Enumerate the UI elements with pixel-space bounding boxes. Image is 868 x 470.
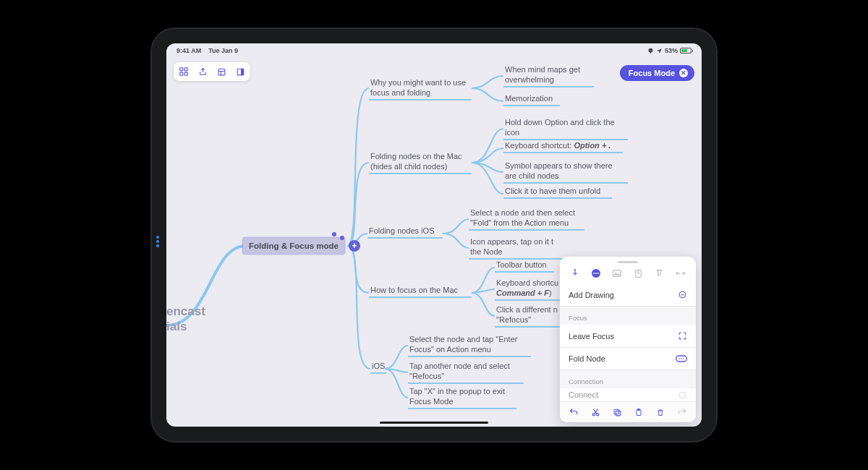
connect-row[interactable]: Connect — [560, 388, 696, 401]
add-node-tab[interactable] — [569, 268, 581, 279]
svg-point-9 — [593, 273, 595, 274]
panel-tabs — [560, 266, 696, 283]
svg-rect-26 — [614, 409, 619, 414]
paste-button[interactable] — [633, 406, 644, 418]
node-branch[interactable]: How to focus on the Mac — [369, 286, 472, 298]
fold-node-label: Fold Node — [569, 354, 605, 363]
fold-icon — [676, 355, 687, 362]
node-leaf[interactable]: Click it to have them unfold — [503, 187, 612, 199]
node-leaf[interactable]: When mind maps get overwhelming — [503, 65, 594, 87]
home-indicator[interactable] — [380, 422, 488, 424]
svg-point-10 — [595, 273, 597, 274]
node-leaf[interactable]: Click a different n "Refocus" — [495, 305, 567, 328]
node-central[interactable]: Folding & Focus mode — [243, 238, 344, 254]
redo-button[interactable] — [676, 406, 688, 418]
more-tab[interactable] — [590, 268, 602, 279]
section-connection-label: Connection — [560, 369, 696, 388]
fold-node-row[interactable]: Fold Node — [560, 347, 696, 369]
undo-button[interactable] — [568, 406, 579, 418]
add-drawing-row[interactable]: Add Drawing — [560, 283, 696, 306]
node-leaf[interactable]: Tap another node and select "Refocus" — [408, 362, 524, 384]
svg-point-20 — [681, 358, 682, 359]
ipad-frame: 9:41 AM Tue Jan 9 53% — [152, 29, 716, 441]
node-marker — [332, 232, 336, 236]
svg-point-11 — [597, 273, 599, 274]
app-screen: 9:41 AM Tue Jan 9 53% — [166, 43, 702, 427]
connect-label: Connect — [569, 390, 598, 399]
node-leaf[interactable]: Select a node and then select "Fold" fro… — [469, 208, 584, 231]
panel-grabber[interactable] — [618, 261, 638, 263]
leave-focus-icon — [678, 331, 687, 341]
svg-point-7 — [574, 269, 575, 270]
note-tab[interactable] — [633, 268, 644, 279]
node-leaf[interactable]: Tap "X" in the popup to exit Focus Mode — [408, 387, 516, 409]
node-branch[interactable]: Folding nodes on the Mac (hides all chil… — [369, 152, 472, 174]
node-leaf[interactable]: Icon appears, tap on it t the Node — [469, 237, 563, 260]
svg-point-22 — [679, 392, 686, 398]
node-leaf[interactable]: Select the node and tap "Enter Focus" on… — [408, 335, 531, 357]
add-child-button[interactable]: + — [349, 240, 360, 252]
node-leaf[interactable]: Hold down Option and click the icon — [503, 118, 628, 140]
svg-point-19 — [679, 358, 681, 359]
node-branch[interactable]: iOS — [370, 362, 386, 374]
connect-icon — [678, 390, 687, 400]
node-leaf[interactable]: Toolbar button — [495, 260, 554, 273]
drawing-icon — [678, 290, 687, 299]
node-root[interactable]: encast ials — [166, 304, 211, 335]
leave-focus-row[interactable]: Leave Focus — [560, 325, 696, 347]
svg-point-21 — [683, 358, 684, 359]
svg-rect-25 — [616, 411, 621, 416]
node-marker — [340, 236, 344, 240]
style-tab[interactable] — [654, 268, 665, 279]
delete-button[interactable] — [655, 406, 666, 418]
add-drawing-label: Add Drawing — [569, 291, 614, 299]
action-panel: Add Drawing Focus Leave Focus Fold Node … — [560, 257, 696, 422]
image-tab[interactable] — [611, 268, 623, 279]
node-leaf[interactable]: Memorization — [503, 94, 560, 106]
node-branch[interactable]: Why you might want to use focus and fold… — [369, 78, 472, 101]
section-focus-label: Focus — [560, 306, 696, 325]
panel-bottombar — [560, 401, 696, 422]
node-leaf[interactable]: Keyboard shortcut: Option + . — [503, 141, 623, 153]
leave-focus-label: Leave Focus — [569, 332, 614, 341]
cut-button[interactable] — [590, 406, 601, 418]
link-tab[interactable] — [675, 268, 686, 279]
copy-button[interactable] — [611, 406, 623, 418]
node-leaf[interactable]: Symbol appears to show there are child n… — [503, 161, 628, 184]
node-branch[interactable]: Folding nodes iOS — [367, 226, 443, 239]
